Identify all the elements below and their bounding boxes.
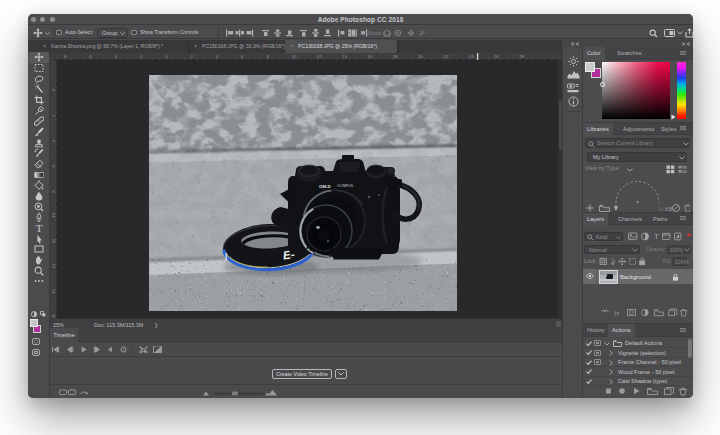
svg-text:10: 10 [51,213,56,218]
svg-text:3D Mode:: 3D Mode: [360,30,383,36]
svg-text:16: 16 [368,54,373,59]
svg-text:12: 12 [51,238,56,243]
svg-text:28: 28 [519,54,524,59]
svg-text:4: 4 [51,139,56,142]
svg-text:8: 8 [51,190,56,193]
svg-text:6: 6 [51,164,56,167]
svg-text:12: 12 [317,54,322,59]
svg-text:14: 14 [51,263,56,268]
svg-text:OLYMPUS: OLYMPUS [337,184,354,188]
svg-text:T: T [654,232,659,241]
svg-text:0: 0 [165,54,168,59]
svg-text:8: 8 [266,54,269,59]
svg-text:6: 6 [241,54,244,59]
svg-text:2: 2 [51,114,56,117]
svg-text:2: 2 [191,54,194,59]
svg-text:18: 18 [393,54,398,59]
svg-text:OM-D: OM-D [319,184,331,189]
svg-text:4: 4 [115,54,118,59]
svg-text:24: 24 [469,54,474,59]
svg-text:16: 16 [51,289,56,294]
svg-text:22: 22 [444,54,449,59]
svg-text:20: 20 [418,54,423,59]
svg-text:T: T [35,223,42,233]
svg-text:0: 0 [51,89,56,92]
svg-text:fx: fx [614,309,619,316]
svg-text:6: 6 [89,54,92,59]
svg-text:— KB: — KB [658,206,673,212]
svg-text:8: 8 [64,54,67,59]
svg-text:14: 14 [342,54,347,59]
svg-text:4: 4 [216,54,219,59]
svg-text:2: 2 [140,54,143,59]
svg-text:10: 10 [292,54,297,59]
svg-text:26: 26 [494,54,499,59]
